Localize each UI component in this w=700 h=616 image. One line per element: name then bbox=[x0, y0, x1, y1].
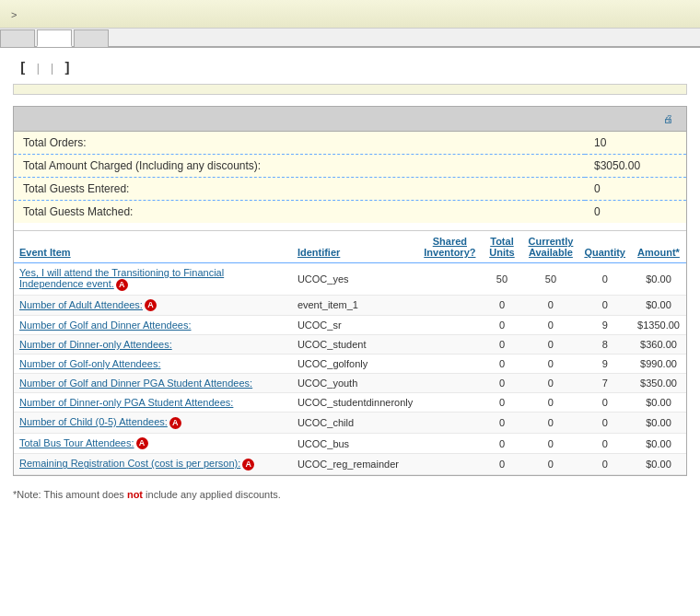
printer-icon: 🖨 bbox=[663, 113, 673, 124]
cell-currently-available: 0 bbox=[522, 335, 578, 354]
table-row: Number of Dinner-only PGA Student Attend… bbox=[14, 393, 686, 413]
cell-quantity: 8 bbox=[578, 335, 631, 354]
cell-total-units: 0 bbox=[481, 374, 522, 393]
printer-friendly-link[interactable]: 🖨 bbox=[663, 113, 677, 124]
cell-currently-available: 0 bbox=[522, 295, 578, 316]
cell-identifier: UCOC_youth bbox=[292, 374, 418, 393]
tab-event-item[interactable] bbox=[74, 29, 109, 47]
breadcrumb: > bbox=[11, 9, 689, 20]
cell-total-units: 0 bbox=[481, 335, 522, 354]
table-row: Remaining Registration Cost (cost is per… bbox=[14, 454, 686, 475]
cell-currently-available: 0 bbox=[522, 393, 578, 413]
summary-label: Total Guests Entered: bbox=[14, 178, 585, 201]
cell-identifier: UCOC_golfonly bbox=[292, 354, 418, 374]
cell-event-item: Number of Golf and Dinner PGA Student At… bbox=[14, 374, 292, 393]
cell-total-units: 50 bbox=[481, 263, 522, 296]
summary-value: 0 bbox=[585, 178, 686, 201]
tab-detailed[interactable] bbox=[0, 29, 35, 47]
table-row: Number of Adult Attendees:A event_item_1… bbox=[14, 295, 686, 316]
required-badge: A bbox=[136, 437, 148, 449]
summary-row: Total Guests Matched: 0 bbox=[14, 201, 686, 224]
cell-shared-inventory bbox=[418, 295, 481, 316]
cell-identifier: UCOC_studentdinneronly bbox=[292, 393, 418, 413]
tab-summary[interactable] bbox=[37, 29, 72, 47]
form-title: [ | | ] bbox=[13, 59, 687, 75]
cell-currently-available: 0 bbox=[522, 433, 578, 454]
cell-amount: $0.00 bbox=[631, 454, 686, 475]
cell-total-units: 0 bbox=[481, 316, 522, 335]
table-row: Total Bus Tour Attendees:A UCOC_bus 0 0 … bbox=[14, 433, 686, 454]
th-identifier: Identifier bbox=[292, 231, 418, 263]
th-shared-inventory: SharedInventory? bbox=[418, 231, 481, 263]
cell-event-item: Number of Golf-only Attendees: bbox=[14, 354, 292, 374]
cell-shared-inventory bbox=[418, 374, 481, 393]
cell-event-item: Number of Child (0-5) Attendees:A bbox=[14, 413, 292, 434]
summary-table: Total Orders: 10 Total Amount Charged (I… bbox=[14, 132, 686, 223]
section-header bbox=[13, 84, 687, 95]
cell-quantity: 0 bbox=[578, 393, 631, 413]
cell-currently-available: 0 bbox=[522, 454, 578, 475]
cell-quantity: 9 bbox=[578, 316, 631, 335]
cell-quantity: 7 bbox=[578, 374, 631, 393]
cell-total-units: 0 bbox=[481, 295, 522, 316]
cell-shared-inventory bbox=[418, 454, 481, 475]
cell-shared-inventory bbox=[418, 263, 481, 296]
required-badge: A bbox=[169, 417, 181, 429]
cell-total-units: 0 bbox=[481, 433, 522, 454]
content-area: [ | | ] 🖨 Total Orders: 10 Total Amount bbox=[0, 48, 700, 515]
cell-shared-inventory bbox=[418, 316, 481, 335]
cell-total-units: 0 bbox=[481, 393, 522, 413]
table-row: Number of Child (0-5) Attendees:A UCOC_c… bbox=[14, 413, 686, 434]
cell-shared-inventory bbox=[418, 433, 481, 454]
page-header: > bbox=[0, 0, 700, 29]
th-event-item: Event Item bbox=[14, 231, 292, 263]
cell-event-item: Yes, I will attend the Transitioning to … bbox=[14, 263, 292, 296]
required-badge: A bbox=[242, 459, 254, 471]
cell-identifier: UCOC_yes bbox=[292, 263, 418, 296]
not-text: not bbox=[127, 489, 143, 500]
cell-total-units: 0 bbox=[481, 454, 522, 475]
th-total-units: TotalUnits bbox=[481, 231, 522, 263]
summary-label: Total Guests Matched: bbox=[14, 201, 585, 224]
cell-identifier: event_item_1 bbox=[292, 295, 418, 316]
cell-currently-available: 0 bbox=[522, 354, 578, 374]
cell-shared-inventory bbox=[418, 354, 481, 374]
cell-currently-available: 0 bbox=[522, 374, 578, 393]
cell-identifier: UCOC_sr bbox=[292, 316, 418, 335]
data-table: Event Item Identifier SharedInventory? T… bbox=[14, 230, 686, 475]
cell-quantity: 9 bbox=[578, 354, 631, 374]
cell-identifier: UCOC_student bbox=[292, 335, 418, 354]
cell-event-item: Number of Golf and Dinner Attendees: bbox=[14, 316, 292, 335]
cell-event-item: Remaining Registration Cost (cost is per… bbox=[14, 454, 292, 475]
cell-amount: $990.00 bbox=[631, 354, 686, 374]
cell-quantity: 0 bbox=[578, 413, 631, 434]
report-box-header: 🖨 bbox=[14, 107, 686, 132]
summary-label: Total Orders: bbox=[14, 132, 585, 155]
summary-row: Total Amount Charged (Including any disc… bbox=[14, 155, 686, 178]
tabs-bar bbox=[0, 29, 700, 48]
table-row: Number of Golf and Dinner Attendees: UCO… bbox=[14, 316, 686, 335]
cell-event-item: Number of Adult Attendees:A bbox=[14, 295, 292, 316]
th-amount: Amount* bbox=[631, 231, 686, 263]
table-row: Number of Golf-only Attendees: UCOC_golf… bbox=[14, 354, 686, 374]
cell-identifier: UCOC_reg_remainder bbox=[292, 454, 418, 475]
cell-currently-available: 0 bbox=[522, 413, 578, 434]
cell-amount: $0.00 bbox=[631, 295, 686, 316]
cell-shared-inventory bbox=[418, 393, 481, 413]
cell-quantity: 0 bbox=[578, 433, 631, 454]
cell-quantity: 0 bbox=[578, 295, 631, 316]
cell-amount: $350.00 bbox=[631, 374, 686, 393]
footnote: *Note: This amount does not include any … bbox=[13, 485, 687, 504]
cell-quantity: 0 bbox=[578, 454, 631, 475]
cell-amount: $0.00 bbox=[631, 263, 686, 296]
cell-shared-inventory bbox=[418, 413, 481, 434]
cell-event-item: Number of Dinner-only PGA Student Attend… bbox=[14, 393, 292, 413]
cell-quantity: 0 bbox=[578, 263, 631, 296]
required-badge: A bbox=[145, 299, 157, 311]
cell-amount: $0.00 bbox=[631, 393, 686, 413]
report-box: 🖨 Total Orders: 10 Total Amount Charged … bbox=[13, 106, 687, 476]
cell-identifier: UCOC_child bbox=[292, 413, 418, 434]
th-currently-available: CurrentlyAvailable bbox=[522, 231, 578, 263]
table-row: Number of Golf and Dinner PGA Student At… bbox=[14, 374, 686, 393]
cell-shared-inventory bbox=[418, 335, 481, 354]
